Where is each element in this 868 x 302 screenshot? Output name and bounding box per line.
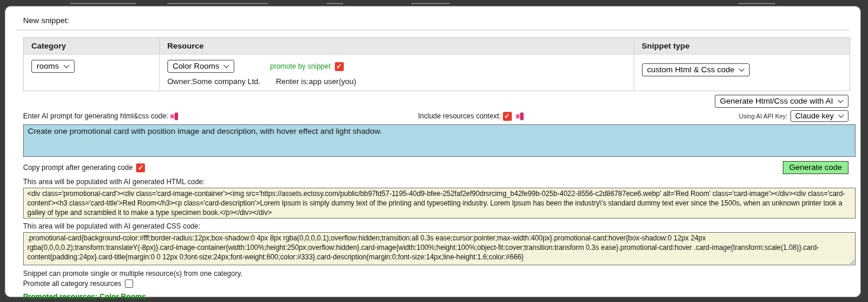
table-header-row: Category Resource Snippet type (24, 38, 850, 54)
api-key-select-value: Claude key (795, 111, 834, 120)
resource-cell: Color Rooms promote by snippet ✓ Owner:S… (160, 54, 634, 91)
snippet-type-select[interactable]: custom Html & Css code (642, 63, 750, 76)
copy-prompt-label: Copy prompt after generating code (23, 163, 133, 172)
snippet-table: Category Resource Snippet type rooms Col… (23, 37, 850, 91)
column-header-snippet-type: Snippet type (634, 38, 850, 54)
ai-prompt-textarea[interactable]: Create one promotional card with positio… (23, 124, 856, 157)
megaphone-icon (516, 113, 524, 120)
api-key-select[interactable]: Claude key (790, 110, 848, 122)
ownership-line: Owner:Some company Ltd.Renter is:app use… (167, 77, 626, 86)
chevron-down-icon (839, 114, 844, 118)
include-context-checkbox[interactable]: ✓ (503, 112, 512, 121)
promote-by-snippet-checkbox[interactable]: ✓ (335, 62, 344, 71)
category-cell: rooms (24, 54, 160, 91)
chevron-down-icon (740, 68, 744, 72)
promote-by-snippet-label: promote by snippet (270, 62, 330, 70)
generate-mode-select-value: Generate Html/Css code with AI (720, 97, 833, 105)
generate-code-button[interactable]: Generate code (783, 161, 848, 174)
category-select-value: rooms (37, 62, 59, 70)
generate-mode-select[interactable]: Generate Html/Css code with AI (715, 95, 848, 108)
include-context-label: Include resources context: (418, 112, 501, 120)
resource-select-value: Color Rooms (173, 62, 220, 70)
table-body-row: rooms Color Rooms promote by snippet ✓ O… (24, 54, 850, 91)
divider (17, 30, 849, 30)
snippet-type-select-value: custom Html & Css code (647, 65, 735, 74)
background-remnant (167, 3, 268, 4)
new-snippet-dialog: New snippet: Category Resource Snippet t… (5, 6, 861, 297)
renter-label: Renter is:app user(you) (276, 77, 356, 86)
column-header-resource: Resource (160, 38, 634, 54)
ai-prompt-label: Enter AI prompt for generating html&css … (23, 112, 168, 120)
promote-info-text: Snippet can promote single or multiple r… (23, 269, 849, 278)
category-select[interactable]: rooms (31, 60, 75, 73)
background-remnant (327, 3, 343, 4)
background-remnant (70, 3, 136, 4)
chevron-down-icon (64, 64, 69, 69)
promoted-resources-text: Promoted resources: Color Rooms (23, 293, 849, 301)
html-area-label: This area will be populated with AI gene… (23, 178, 849, 186)
background-remnant (411, 3, 450, 4)
copy-prompt-checkbox[interactable]: ✓ (136, 163, 145, 172)
css-code-textarea[interactable]: .promotional-card{background-color:#fff;… (23, 232, 856, 265)
chevron-down-icon (224, 64, 229, 69)
owner-label: Owner:Some company Ltd. (167, 77, 261, 86)
dialog-title: New snippet: (23, 16, 849, 25)
html-code-textarea[interactable]: <div class='promotional-card'><div class… (23, 188, 856, 219)
css-area-label: This area will be populated with AI gene… (23, 222, 849, 230)
column-header-category: Category (24, 38, 160, 54)
resource-select[interactable]: Color Rooms (167, 60, 235, 73)
background-remnant (738, 3, 775, 4)
promote-all-label: Promote all category resources (23, 279, 121, 288)
megaphone-icon (170, 113, 178, 120)
api-key-label: Using AI API Key: (739, 113, 788, 120)
chevron-down-icon (838, 99, 843, 104)
promote-all-checkbox[interactable] (125, 279, 133, 288)
snippet-type-cell: custom Html & Css code (634, 54, 850, 91)
